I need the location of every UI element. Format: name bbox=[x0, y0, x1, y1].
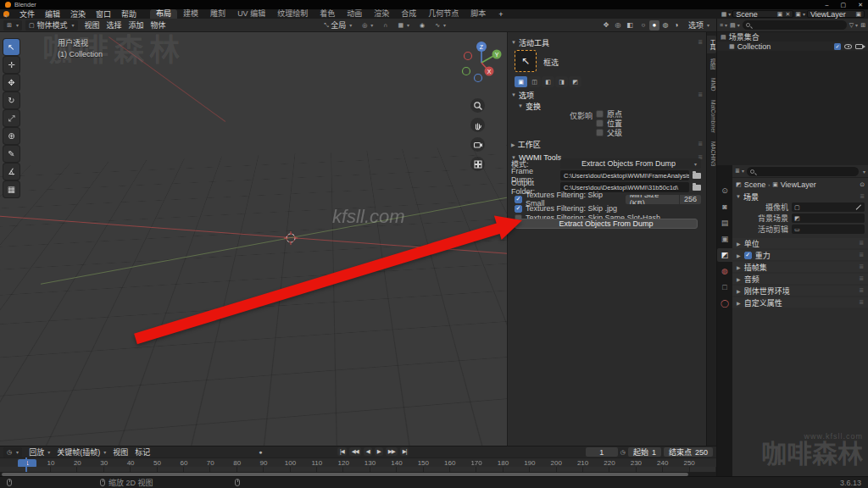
field-1[interactable]: ◩ bbox=[792, 214, 865, 223]
npanel-tab-2[interactable]: MMD bbox=[707, 75, 716, 95]
properties-search-input[interactable] bbox=[747, 167, 859, 176]
wwmi-mode-dropdown[interactable]: Extract Objects From Dump bbox=[560, 158, 701, 169]
play-reverse[interactable]: ◀ bbox=[364, 447, 372, 456]
cursor-tool[interactable]: ✛ bbox=[3, 57, 19, 73]
outliner-row-collection[interactable]: ▦ Collection bbox=[717, 42, 868, 51]
workspace-tab-0[interactable]: 布局 bbox=[150, 9, 177, 19]
workspace-tab-2[interactable]: 雕刻 bbox=[204, 9, 231, 19]
viewlayer-selector[interactable]: ViewLayer ▣ bbox=[807, 10, 865, 18]
workspace-tab-1[interactable]: 建模 bbox=[177, 9, 204, 19]
tool-tab[interactable]: ⊙ bbox=[717, 184, 732, 197]
timeline-menu-1[interactable]: 关键帧(插帧) bbox=[53, 446, 109, 458]
properties-section-5[interactable]: ▶自定义属性 bbox=[732, 297, 868, 308]
workspace-tab-8[interactable]: 合成 bbox=[395, 9, 422, 19]
clear-scene-icon[interactable]: ✕ bbox=[785, 11, 790, 18]
xray-toggle[interactable]: ◧ bbox=[625, 20, 635, 30]
viewport-menu-3[interactable]: 物体 bbox=[147, 19, 170, 30]
output-tab[interactable]: ▤ bbox=[717, 216, 732, 230]
frame-end-field[interactable]: 结束点 250 bbox=[664, 447, 713, 457]
add-workspace-button[interactable]: + bbox=[493, 10, 508, 19]
checkbox[interactable] bbox=[596, 129, 604, 136]
checkbox[interactable] bbox=[515, 205, 522, 213]
scene-icon[interactable]: ▦ bbox=[721, 11, 732, 18]
pin-icon[interactable]: ⊙ bbox=[860, 181, 865, 188]
add-cube-tool[interactable]: ▦ bbox=[3, 181, 19, 197]
move-tool[interactable]: ✥ bbox=[3, 75, 19, 91]
shading-material[interactable]: ◍ bbox=[660, 20, 670, 30]
new-collection-button[interactable]: ⊞ bbox=[860, 22, 865, 29]
outliner-display-mode-icon[interactable]: ≡ bbox=[720, 22, 727, 28]
properties-editor-icon[interactable]: ≣ bbox=[735, 168, 744, 175]
viewport-menu-0[interactable]: 视图 bbox=[81, 19, 103, 30]
timeline-menu-3[interactable]: 标记 bbox=[131, 446, 153, 458]
copy-viewlayer-icon[interactable]: ▣ bbox=[855, 11, 861, 18]
collection-checkbox[interactable] bbox=[834, 43, 841, 50]
folder-browse-icon[interactable] bbox=[693, 185, 701, 191]
viewport-options-menu[interactable]: 选项 bbox=[685, 19, 713, 30]
workspace-tab-5[interactable]: 着色 bbox=[314, 9, 341, 19]
object-tab[interactable]: □ bbox=[717, 280, 732, 294]
world-tab[interactable]: ◍ bbox=[717, 264, 732, 278]
scene-panel-header[interactable]: ▼场景 bbox=[732, 191, 868, 202]
current-frame-field[interactable]: 1 bbox=[586, 447, 618, 457]
workspace-tab-9[interactable]: 几何节点 bbox=[422, 9, 465, 19]
pan-hand-icon[interactable] bbox=[470, 118, 485, 132]
frame-start-field[interactable]: 起始 1 bbox=[628, 447, 661, 457]
viewport-menu-1[interactable]: 选择 bbox=[103, 19, 125, 30]
npanel-tab-4[interactable]: MACHIN3 bbox=[707, 138, 716, 169]
shading-rendered[interactable]: ◑ bbox=[671, 20, 682, 30]
prev-keyframe[interactable]: ◀◀ bbox=[349, 447, 361, 456]
minimize-button[interactable]: – bbox=[826, 2, 829, 8]
properties-section-0[interactable]: ▶单位 bbox=[732, 238, 868, 248]
active-tool-panel-header[interactable]: ▼活动工具 bbox=[511, 37, 703, 47]
workspace-tab-10[interactable]: 脚本 bbox=[465, 9, 492, 19]
jump-start[interactable]: |◀ bbox=[337, 447, 347, 456]
blender-app-menu[interactable] bbox=[3, 11, 9, 17]
viewport-menu-2[interactable]: 添加 bbox=[125, 19, 147, 30]
options-panel-header[interactable]: ▼选项 bbox=[511, 90, 703, 100]
eyedropper-icon[interactable] bbox=[856, 204, 862, 210]
outliner-collection-icon[interactable]: ▤ bbox=[730, 22, 740, 29]
workspace-tab-4[interactable]: 纹理绘制 bbox=[271, 9, 314, 19]
playhead[interactable] bbox=[25, 458, 27, 472]
next-keyframe[interactable]: ▶▶ bbox=[386, 447, 398, 456]
workspace-panel-header[interactable]: ▶工作区 bbox=[511, 139, 703, 149]
outliner-row-scene-collection[interactable]: ▤ 场景集合 bbox=[717, 32, 868, 42]
timeline-editor-type-button[interactable]: ◷ bbox=[3, 447, 22, 458]
orientation-selector[interactable]: ⤡ 全局 bbox=[321, 19, 356, 30]
select-mode-0[interactable]: ▣ bbox=[515, 76, 527, 87]
select-mode-1[interactable]: ◫ bbox=[528, 76, 541, 87]
snap-target-selector[interactable]: ▦ bbox=[394, 22, 413, 29]
timeline-menu-0[interactable]: 回放 bbox=[25, 446, 53, 458]
overlays-toggle[interactable]: ◎ bbox=[613, 20, 623, 30]
maximize-button[interactable]: ▢ bbox=[841, 2, 847, 8]
min-size-control[interactable]: Min Size (KB)256 bbox=[626, 195, 701, 204]
npanel-tab-1[interactable]: 视图 bbox=[707, 55, 716, 73]
extract-objects-button[interactable]: Extract Objects From Dump bbox=[515, 219, 698, 229]
scene-tab[interactable]: ◩ bbox=[717, 248, 732, 262]
shading-solid[interactable]: ● bbox=[649, 20, 659, 30]
timeline-menu-2[interactable]: 视图 bbox=[109, 446, 131, 458]
close-button[interactable]: ✕ bbox=[858, 2, 863, 8]
visibility-eye-icon[interactable] bbox=[844, 44, 852, 49]
mode-selector[interactable]: ▢ 物体模式 bbox=[25, 20, 78, 30]
camera-view-icon[interactable] bbox=[470, 137, 485, 152]
checkbox[interactable] bbox=[515, 196, 522, 203]
npanel-tab-0[interactable]: 工具 bbox=[707, 36, 716, 53]
measure-tool[interactable]: ∡ bbox=[3, 164, 19, 180]
jump-end[interactable]: ▶| bbox=[400, 447, 409, 456]
pivot-selector[interactable]: ◎ bbox=[359, 22, 376, 29]
timeline-ruler[interactable]: 1102030405060708090100110120130140150160… bbox=[0, 458, 716, 467]
ortho-toggle-icon[interactable] bbox=[470, 157, 485, 171]
gizmo-toggle[interactable]: ✥ bbox=[601, 20, 611, 30]
select-mode-3[interactable]: ◨ bbox=[555, 76, 568, 87]
workspace-tab-6[interactable]: 动画 bbox=[341, 9, 368, 19]
properties-section-2[interactable]: ▶插帧集 bbox=[732, 262, 868, 272]
folder-browse-icon[interactable] bbox=[693, 173, 701, 179]
transform-tool[interactable]: ⊕ bbox=[3, 128, 19, 144]
properties-section-4[interactable]: ▶刚体世界环境 bbox=[732, 286, 868, 296]
auto-key-record-icon[interactable]: ● bbox=[259, 449, 262, 455]
render-camera-icon[interactable] bbox=[855, 44, 863, 49]
properties-filter-icon[interactable] bbox=[861, 169, 865, 175]
copy-scene-icon[interactable]: ▣ bbox=[777, 11, 783, 18]
